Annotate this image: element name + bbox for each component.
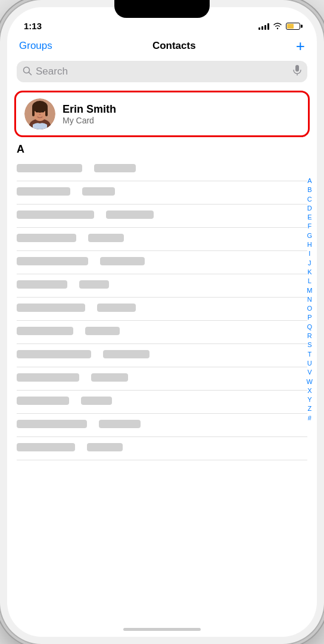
- list-item[interactable]: [17, 344, 307, 367]
- alpha-h[interactable]: H: [305, 240, 314, 249]
- my-card-name: Erin Smith: [63, 103, 116, 116]
- svg-rect-8: [32, 107, 35, 116]
- alpha-e[interactable]: E: [305, 213, 314, 221]
- list-item[interactable]: [17, 228, 307, 251]
- svg-line-1: [29, 72, 32, 75]
- alpha-q[interactable]: Q: [305, 323, 314, 331]
- status-time: 1:13: [24, 21, 42, 31]
- my-card-info: Erin Smith My Card: [63, 103, 116, 125]
- status-icons: [258, 21, 300, 31]
- my-card-subtitle: My Card: [63, 116, 116, 125]
- list-item[interactable]: [17, 181, 307, 205]
- home-indicator: [123, 628, 201, 631]
- alphabet-index[interactable]: A B C D E F G H I J K L M N O P Q R S T: [305, 177, 314, 422]
- alpha-k[interactable]: K: [305, 268, 314, 276]
- list-item[interactable]: [17, 274, 307, 298]
- notch: [114, 0, 210, 18]
- battery-icon: [286, 23, 300, 30]
- phone-frame: 1:13: [0, 0, 324, 644]
- alpha-v[interactable]: V: [305, 368, 314, 376]
- alpha-w[interactable]: W: [305, 377, 314, 386]
- alpha-y[interactable]: Y: [305, 395, 314, 404]
- alpha-z[interactable]: Z: [305, 404, 314, 413]
- svg-point-12: [39, 114, 41, 115]
- list-item[interactable]: [17, 367, 307, 391]
- svg-point-10: [36, 111, 38, 113]
- signal-icon: [258, 23, 269, 30]
- search-input[interactable]: Search: [36, 66, 289, 78]
- alpha-t[interactable]: T: [305, 350, 314, 358]
- list-item[interactable]: [17, 158, 307, 181]
- list-item[interactable]: [17, 251, 307, 274]
- alpha-g[interactable]: G: [305, 231, 314, 240]
- list-item[interactable]: [17, 321, 307, 344]
- contact-blur-info: [17, 164, 307, 175]
- mic-icon[interactable]: [293, 65, 301, 78]
- alpha-i[interactable]: I: [305, 249, 314, 258]
- alpha-a[interactable]: A: [305, 177, 314, 185]
- list-item[interactable]: [17, 437, 307, 460]
- my-card[interactable]: Erin Smith My Card: [14, 91, 310, 137]
- alpha-u[interactable]: U: [305, 359, 314, 367]
- svg-rect-9: [45, 107, 48, 116]
- alpha-l[interactable]: L: [305, 277, 314, 285]
- list-item[interactable]: [17, 298, 307, 321]
- alpha-r[interactable]: R: [305, 332, 314, 340]
- contact-list: A: [7, 141, 317, 637]
- page-title: Contacts: [152, 40, 196, 52]
- alpha-x[interactable]: X: [305, 386, 314, 395]
- svg-rect-2: [295, 65, 299, 72]
- alpha-b[interactable]: B: [305, 185, 314, 194]
- alpha-hash[interactable]: #: [305, 414, 314, 422]
- alpha-n[interactable]: N: [305, 295, 314, 304]
- search-bar[interactable]: Search: [17, 61, 307, 82]
- alpha-c[interactable]: C: [305, 195, 314, 203]
- search-icon: [23, 66, 32, 78]
- alpha-f[interactable]: F: [305, 222, 314, 230]
- list-item[interactable]: [17, 391, 307, 414]
- avatar: [24, 98, 55, 129]
- list-item[interactable]: [17, 205, 307, 228]
- alpha-j[interactable]: J: [305, 259, 314, 267]
- alpha-p[interactable]: P: [305, 313, 314, 321]
- nav-bar: Groups Contacts +: [7, 33, 317, 58]
- wifi-icon: [273, 21, 282, 31]
- groups-button[interactable]: Groups: [19, 40, 52, 52]
- screen: 1:13: [7, 7, 317, 637]
- alpha-o[interactable]: O: [305, 304, 314, 312]
- add-contact-button[interactable]: +: [296, 38, 305, 54]
- section-header-a: A: [7, 141, 317, 158]
- alpha-d[interactable]: D: [305, 204, 314, 212]
- contact-rows: [7, 158, 317, 460]
- alpha-m[interactable]: M: [305, 286, 314, 295]
- list-item[interactable]: [17, 414, 307, 437]
- alpha-s[interactable]: S: [305, 340, 314, 349]
- svg-point-11: [42, 111, 44, 113]
